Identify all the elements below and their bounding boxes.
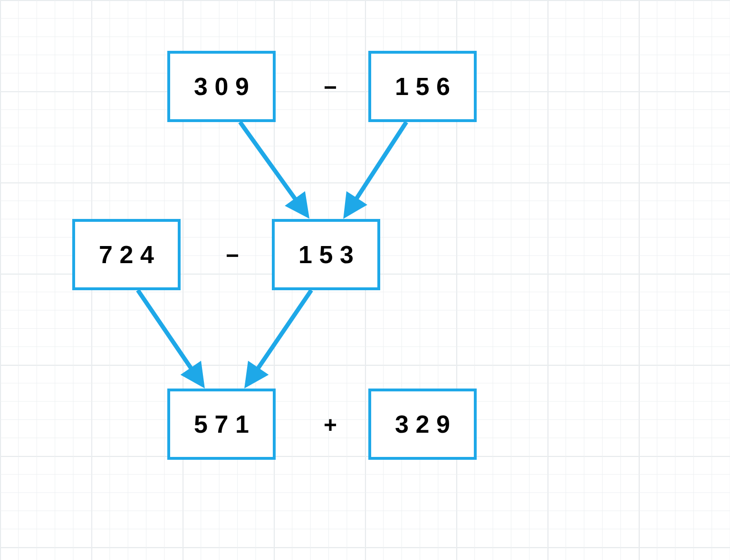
op-row1: − bbox=[324, 74, 337, 100]
arrow-c-to-e bbox=[138, 290, 202, 384]
box-b: 156 bbox=[368, 51, 477, 122]
box-e: 571 bbox=[167, 389, 276, 460]
op-row3: + bbox=[324, 412, 337, 438]
arrow-b-to-d bbox=[346, 122, 406, 215]
arrow-a-to-d bbox=[240, 122, 307, 215]
box-f-value: 329 bbox=[388, 410, 457, 438]
box-c-value: 724 bbox=[92, 240, 161, 269]
box-a-value: 309 bbox=[187, 72, 256, 101]
box-d-value: 153 bbox=[292, 240, 361, 269]
box-f: 329 bbox=[368, 389, 477, 460]
arrow-d-to-e bbox=[247, 290, 311, 384]
box-b-value: 156 bbox=[388, 72, 457, 101]
box-d: 153 bbox=[272, 219, 380, 290]
box-c: 724 bbox=[72, 219, 181, 290]
diagram-canvas: 309 − 156 724 − 153 571 + 329 bbox=[0, 0, 730, 560]
box-e-value: 571 bbox=[187, 410, 256, 438]
box-a: 309 bbox=[167, 51, 276, 122]
op-row2: − bbox=[226, 242, 239, 268]
